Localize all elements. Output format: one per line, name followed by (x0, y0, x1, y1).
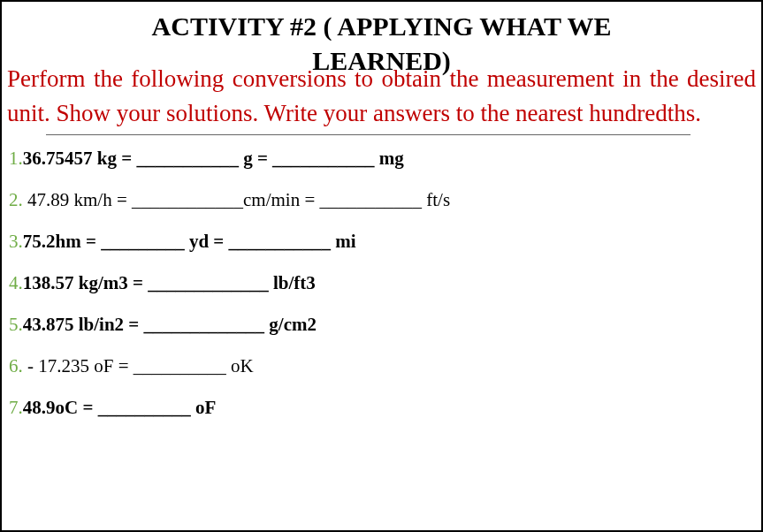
problem-number: 4. (9, 272, 23, 293)
problem-3: 3.75.2hm = _________ yd = ___________ mi (9, 231, 754, 253)
problem-text: - 17.235 oF = __________ oK (23, 355, 254, 376)
problem-text: 36.75457 kg = ___________ g = __________… (23, 148, 404, 169)
divider (46, 134, 691, 135)
problem-number: 7. (9, 397, 23, 418)
problem-number: 6. (9, 355, 23, 376)
problems-list: 1.36.75457 kg = ___________ g = ________… (2, 139, 761, 419)
problem-text: 43.875 lb/in2 = _____________ g/cm2 (23, 314, 317, 335)
problem-2: 2. 47.89 km/h = ____________cm/min = ___… (9, 189, 754, 211)
problem-text: 48.9oC = __________ oF (23, 397, 216, 418)
problem-number: 1. (9, 148, 23, 169)
problem-6: 6. - 17.235 oF = __________ oK (9, 355, 754, 377)
problem-text: 75.2hm = _________ yd = ___________ mi (23, 231, 356, 252)
problem-1: 1.36.75457 kg = ___________ g = ________… (9, 148, 754, 170)
title-line-1: ACTIVITY #2 ( APPLYING WHAT WE (152, 11, 612, 41)
problem-number: 2. (9, 189, 23, 210)
problem-text: 47.89 km/h = ____________cm/min = ______… (23, 189, 450, 210)
problem-number: 3. (9, 231, 23, 252)
problem-5: 5.43.875 lb/in2 = _____________ g/cm2 (9, 314, 754, 336)
problem-text: 138.57 kg/m3 = _____________ lb/ft3 (23, 272, 316, 293)
problem-7: 7.48.9oC = __________ oF (9, 397, 754, 419)
instructions-text: Perform the following conversions to obt… (2, 62, 761, 131)
problem-number: 5. (9, 314, 23, 335)
problem-4: 4.138.57 kg/m3 = _____________ lb/ft3 (9, 272, 754, 294)
